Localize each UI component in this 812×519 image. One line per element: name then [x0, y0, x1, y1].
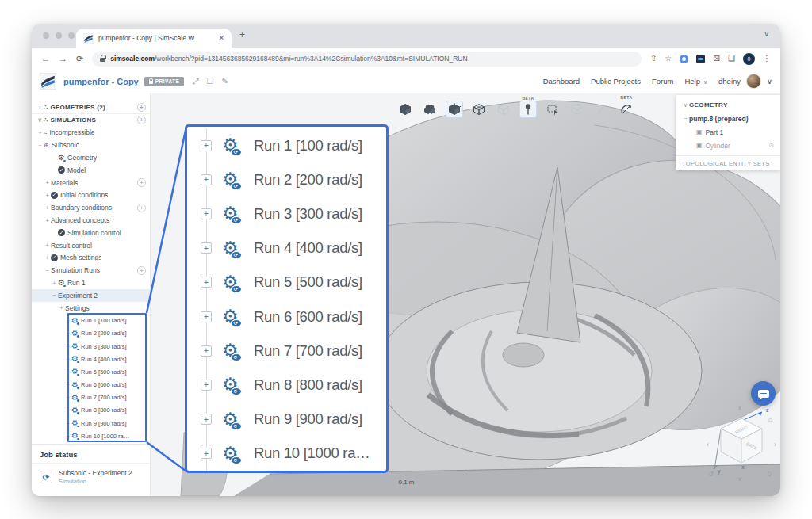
view-solid-icon[interactable]	[396, 101, 414, 118]
visibility-eye-icon[interactable]: ⊙	[768, 142, 774, 149]
forward-icon[interactable]: →	[59, 54, 67, 63]
tree-item-experiment-2[interactable]: −Experiment 2	[32, 289, 150, 302]
nav-link-dashboard[interactable]: Dashboard	[543, 77, 580, 86]
tree-item-advanced-concepts[interactable]: +Advanced concepts	[32, 214, 150, 227]
expand-run-button[interactable]: +	[201, 208, 212, 219]
project-title[interactable]: pumpenfor - Copy	[63, 77, 139, 86]
expander-icon[interactable]: +	[51, 280, 58, 287]
add-item-button[interactable]: +	[137, 103, 146, 112]
expand-run-button[interactable]: +	[201, 448, 212, 459]
copy-project-icon[interactable]: ❐	[206, 78, 213, 86]
expander-icon[interactable]: +	[44, 204, 51, 212]
expander-icon[interactable]: ∨	[36, 116, 44, 124]
tree-item-geometry[interactable]: ⚙Geometry	[32, 151, 150, 164]
probe-point-icon[interactable]: BETA	[519, 101, 537, 118]
address-bar[interactable]: simscale.com/workbench/?pid=131456368562…	[92, 52, 642, 67]
tree-item-run-1[interactable]: +⚙Run 1	[32, 277, 150, 289]
tree-item-simulation-control[interactable]: ✓Simulation control	[32, 227, 150, 239]
expand-run-button[interactable]: +	[201, 140, 212, 151]
expander-icon[interactable]: −	[44, 267, 51, 274]
expander-icon[interactable]: −	[51, 292, 58, 299]
nav-right-chevron[interactable]: ›	[774, 441, 776, 448]
share-project-icon[interactable]: ⤢	[192, 78, 198, 86]
callout-run-run-5-500-rad-s[interactable]: +⚙⟳Run 5 [500 rad/s]	[187, 265, 386, 300]
view-transparent-icon[interactable]	[495, 101, 512, 118]
expander-icon[interactable]: ›	[36, 104, 44, 111]
box-select-icon[interactable]	[544, 101, 561, 118]
callout-run-run-9-900-rad-s[interactable]: +⚙⟳Run 9 [900 rad/s]	[187, 403, 386, 437]
hidden-tool-icon[interactable]	[569, 101, 586, 118]
tab-close-icon[interactable]: ✕	[218, 34, 224, 42]
navigation-cube[interactable]: ∧ ∨ ‹ › ⌂ ↺ ↻ z y RIGHT	[702, 403, 780, 482]
view-normals-icon[interactable]	[446, 101, 463, 118]
geometry-part-cylinder[interactable]: ▣Cylinder⊙	[676, 139, 780, 152]
maximize-window-button[interactable]	[68, 32, 75, 39]
nav-rotate-ccw-icon[interactable]: ↺	[708, 471, 714, 478]
bookmark-star-icon[interactable]: ☆	[665, 55, 672, 63]
edit-project-icon[interactable]: ✎	[221, 78, 228, 86]
tree-item-simulation-runs[interactable]: −Simulation Runs+	[32, 264, 150, 277]
tab-search-chevron-icon[interactable]: ∨	[764, 30, 769, 38]
expand-run-button[interactable]: +	[201, 380, 212, 391]
geometry-panel-header[interactable]: ∨ GEOMETRY	[676, 98, 780, 112]
expand-run-button[interactable]: +	[201, 242, 212, 254]
callout-run-run-10-1000-ra[interactable]: +⚙⟳Run 10 [1000 ra…	[187, 437, 386, 471]
expander-icon[interactable]: +	[44, 217, 51, 224]
callout-run-run-3-300-rad-s[interactable]: +⚙⟳Run 3 [300 rad/s]	[187, 197, 386, 231]
user-avatar[interactable]	[746, 74, 761, 89]
new-tab-button[interactable]: +	[239, 29, 245, 40]
nav-down-chevron[interactable]: ∨	[737, 475, 742, 482]
expander-icon[interactable]: +	[44, 192, 51, 199]
callout-run-run-8-800-rad-s[interactable]: +⚙⟳Run 8 [800 rad/s]	[187, 368, 386, 402]
nav-link-forum[interactable]: Forum	[652, 77, 673, 86]
view-vertices-icon[interactable]	[421, 101, 439, 118]
job-status-card[interactable]: ⟳ Subsonic - Experiment 2 Simulation	[32, 464, 150, 490]
tree-item-incompressible[interactable]: +≈Incompressible	[32, 127, 150, 139]
extension-blue-icon[interactable]	[680, 55, 688, 63]
callout-run-run-2-200-rad-s[interactable]: +⚙⟳Run 2 [200 rad/s]	[187, 162, 386, 197]
expand-run-button[interactable]: +	[201, 414, 212, 425]
nav-link-public-projects[interactable]: Public Projects	[591, 77, 641, 86]
expander-icon[interactable]: +	[44, 254, 51, 261]
callout-run-run-7-700-rad-s[interactable]: +⚙⟳Run 7 [700 rad/s]	[187, 334, 386, 368]
nav-link-help[interactable]: Help ∨	[684, 77, 707, 86]
expander-icon[interactable]: −	[36, 142, 44, 149]
callout-run-run-6-600-rad-s[interactable]: +⚙⟳Run 6 [600 rad/s]	[187, 300, 386, 334]
extensions-puzzle-icon[interactable]: ⚄	[713, 55, 720, 63]
tree-item-materials[interactable]: +Materials+	[32, 177, 150, 189]
support-chat-button[interactable]	[751, 381, 776, 406]
minimize-window-button[interactable]	[56, 32, 62, 39]
nav-rotate-cw-icon[interactable]: ↻	[767, 471, 772, 478]
nav-home-icon[interactable]: ⌂	[768, 416, 772, 423]
add-item-button[interactable]: +	[137, 116, 146, 124]
share-icon[interactable]: ⇧	[650, 55, 657, 63]
nav-up-chevron[interactable]: ∧	[737, 405, 742, 412]
callout-run-run-4-400-rad-s[interactable]: +⚙⟳Run 4 [400 rad/s]	[187, 231, 386, 265]
browser-menu-icon[interactable]: ⋮	[763, 55, 771, 63]
expand-run-button[interactable]: +	[201, 277, 212, 288]
tree-item-simulations[interactable]: ∨∴SIMULATIONS+	[32, 114, 150, 127]
browser-profile-avatar[interactable]: 0	[743, 53, 755, 65]
browser-tab[interactable]: pumpenfor - Copy | SimScale W ✕	[76, 29, 232, 48]
side-panel-icon[interactable]: ❏	[728, 55, 735, 63]
close-window-button[interactable]	[43, 32, 49, 39]
measure-tool-icon[interactable]: BETA	[618, 101, 635, 118]
expand-run-button[interactable]: +	[201, 311, 212, 322]
add-item-button[interactable]: +	[137, 178, 146, 187]
tree-item-boundary-conditions[interactable]: +Boundary conditions+	[32, 201, 150, 214]
expand-run-button[interactable]: +	[201, 174, 212, 185]
collapse-icon[interactable]: −	[682, 115, 689, 122]
sketch-tool-icon[interactable]	[593, 101, 611, 118]
username-label[interactable]: dheiny	[718, 77, 741, 86]
tree-item-result-control[interactable]: +Result control	[32, 239, 150, 252]
geometry-root-item[interactable]: − pump.8 (prepared)	[676, 112, 780, 125]
user-menu-chevron-icon[interactable]: ∨	[767, 77, 772, 86]
extension-dark-icon[interactable]	[696, 55, 705, 63]
add-item-button[interactable]: +	[137, 204, 146, 212]
expand-run-button[interactable]: +	[201, 345, 212, 357]
topological-entity-sets-header[interactable]: TOPOLOGICAL ENTITY SETS	[676, 155, 780, 170]
expander-icon[interactable]: +	[58, 304, 65, 311]
view-mesh-icon[interactable]	[470, 101, 488, 118]
back-icon[interactable]: ←	[41, 54, 50, 63]
add-item-button[interactable]: +	[137, 266, 146, 275]
